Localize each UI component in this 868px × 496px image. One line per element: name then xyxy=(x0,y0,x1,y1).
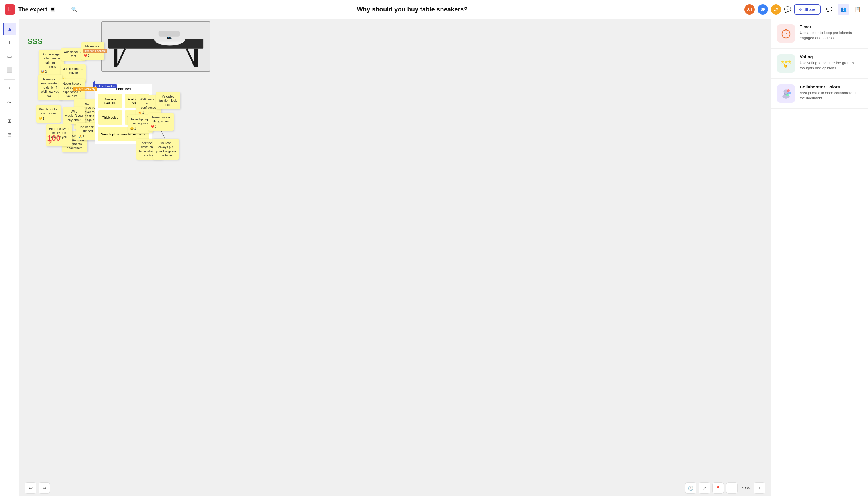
sticky-never-lose[interactable]: Never lose a thing again ❤️ 1 xyxy=(148,113,174,131)
svg-rect-2 xyxy=(194,49,198,67)
cursor-label-lauren: Lauren McNeely xyxy=(73,87,97,91)
header: L The expert ☰ 🔍 Why should you buy tabl… xyxy=(0,0,434,19)
svg-line-4 xyxy=(187,49,194,65)
search-button[interactable]: 🔍 xyxy=(69,4,80,15)
sidebar-frame-tool[interactable]: ⬜ xyxy=(3,64,16,76)
sticky-door-frames[interactable]: Watch out for door frames! 💛 1 xyxy=(36,105,61,123)
canvas[interactable]: $$$ ← 👟 NB Braden Packard Ashley Ha xyxy=(19,19,434,248)
sidebar-draw-tool[interactable]: 〜 xyxy=(3,96,16,109)
sidebar-table-tool[interactable]: ⊟ xyxy=(3,128,16,141)
sticky-fashion[interactable]: It's called fashion, look it up. xyxy=(156,92,180,109)
app-title: The expert xyxy=(18,6,47,13)
page-title: Why should you buy table sneakers? xyxy=(357,6,434,13)
sidebar-select-tool[interactable]: ▲ xyxy=(3,22,16,35)
dollar-signs: $$$ xyxy=(28,37,43,46)
sidebar-line-tool[interactable]: / xyxy=(3,82,16,95)
hundred-emoji: 100 xyxy=(47,134,61,143)
sticky-why-buy[interactable]: Why wouldn't you buy one? xyxy=(63,107,85,124)
sticky-dunk[interactable]: Have you ever wanted to dunk it? Well no… xyxy=(38,75,62,100)
sidebar-text-tool[interactable]: T xyxy=(3,36,16,49)
table-image: 👟 NB xyxy=(101,21,210,72)
menu-button[interactable]: ☰ xyxy=(51,7,55,12)
sticky-put-things[interactable]: You can always put your things on the ta… xyxy=(153,139,179,160)
svg-line-10 xyxy=(161,131,165,139)
sidebar: ▲ T ▭ ⬜ / 〜 ⊞ ⊟ xyxy=(0,19,19,248)
svg-rect-1 xyxy=(114,49,117,67)
logo-area: L The expert ☰ xyxy=(0,4,69,15)
sidebar-shape-tool[interactable]: ▭ xyxy=(3,50,16,63)
cursor-label-braden: Braden Packard xyxy=(83,49,108,53)
feature-thick-soles[interactable]: Thick soles xyxy=(98,110,122,125)
sidebar-divider2 xyxy=(4,111,15,112)
svg-line-3 xyxy=(117,49,125,65)
logo-icon[interactable]: L xyxy=(4,4,15,15)
page-title-area: Why should you buy table sneakers? xyxy=(80,6,434,13)
cursor-ashley: Ashley Hamilton xyxy=(93,80,95,84)
feature-any-size[interactable]: Any size available xyxy=(98,94,122,108)
svg-text:NB: NB xyxy=(167,36,173,40)
sidebar-grid-tool[interactable]: ⊞ xyxy=(3,115,16,127)
